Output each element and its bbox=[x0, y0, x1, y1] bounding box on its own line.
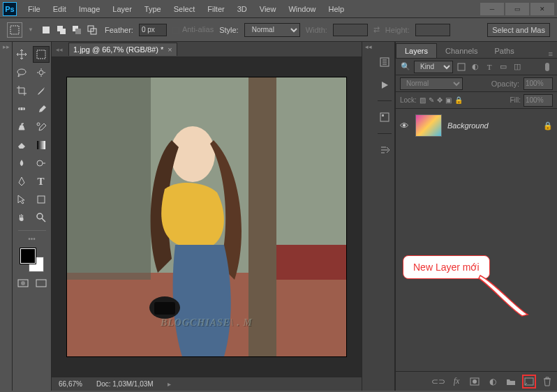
menu-edit[interactable]: Edit bbox=[47, 2, 72, 16]
tab-channels[interactable]: Channels bbox=[437, 44, 486, 58]
pen-tool[interactable] bbox=[13, 173, 30, 190]
close-button[interactable]: ✕ bbox=[530, 3, 554, 15]
layer-group-icon[interactable] bbox=[504, 375, 518, 389]
filter-shape-icon[interactable]: ▭ bbox=[498, 61, 509, 73]
properties-panel-icon[interactable] bbox=[377, 110, 392, 125]
selection-subtract-icon[interactable] bbox=[70, 23, 84, 37]
annotation-callout: New Layer mới bbox=[403, 255, 490, 279]
link-layers-icon[interactable]: ⊂⊃ bbox=[431, 375, 445, 389]
options-bar: ▼ Feather: Anti-alias Style: Normal Widt… bbox=[0, 18, 557, 42]
filter-smart-icon[interactable]: ◫ bbox=[512, 61, 523, 73]
lock-all-icon[interactable]: 🔒 bbox=[454, 96, 463, 104]
blend-mode-select[interactable]: Normal bbox=[400, 77, 463, 90]
actions-panel-icon[interactable] bbox=[377, 77, 392, 92]
lasso-tool[interactable] bbox=[13, 64, 30, 81]
path-select-tool[interactable] bbox=[13, 191, 30, 208]
lock-artboard-icon[interactable]: ▣ bbox=[445, 96, 452, 104]
tab-paths[interactable]: Paths bbox=[487, 44, 523, 58]
filter-type-icon[interactable]: T bbox=[484, 61, 495, 73]
chevron-down-icon: ▼ bbox=[28, 27, 34, 33]
menu-3d[interactable]: 3D bbox=[232, 2, 253, 16]
svg-point-10 bbox=[39, 70, 43, 75]
style-select[interactable]: Normal bbox=[244, 23, 300, 37]
eyedropper-tool[interactable] bbox=[33, 82, 50, 99]
hand-tool[interactable] bbox=[13, 209, 30, 226]
svg-rect-33 bbox=[545, 63, 549, 71]
menu-filter[interactable]: Filter bbox=[202, 2, 230, 16]
svg-point-12 bbox=[37, 123, 40, 126]
layer-style-icon[interactable]: fx bbox=[450, 375, 463, 389]
type-tool[interactable]: T bbox=[33, 173, 50, 190]
color-swatches[interactable] bbox=[20, 248, 44, 272]
feather-input[interactable] bbox=[139, 24, 167, 36]
selection-add-icon[interactable] bbox=[54, 23, 68, 37]
style-label: Style: bbox=[219, 26, 239, 34]
layer-mask-icon[interactable] bbox=[468, 375, 482, 389]
adjustments-panel-icon[interactable] bbox=[377, 142, 392, 158]
lock-transparent-icon[interactable]: ▨ bbox=[419, 96, 426, 104]
layer-row[interactable]: 👁 Background 🔒 bbox=[396, 112, 557, 140]
maximize-button[interactable]: ▭ bbox=[505, 3, 529, 15]
tab-close-icon[interactable]: × bbox=[168, 45, 172, 54]
svg-point-16 bbox=[37, 213, 43, 219]
lock-icon[interactable]: 🔒 bbox=[543, 121, 553, 130]
history-panel-icon[interactable] bbox=[377, 54, 392, 70]
gradient-tool[interactable] bbox=[33, 137, 50, 153]
healing-brush-tool[interactable] bbox=[13, 100, 30, 117]
menu-select[interactable]: Select bbox=[168, 2, 201, 16]
filter-adjustment-icon[interactable]: ◐ bbox=[470, 61, 481, 73]
select-and-mask-button[interactable]: Select and Mas bbox=[487, 23, 550, 37]
foreground-color[interactable] bbox=[20, 248, 36, 264]
panel-menu-icon[interactable]: ≡ bbox=[544, 50, 557, 58]
menu-image[interactable]: Image bbox=[73, 2, 106, 16]
width-input bbox=[333, 24, 368, 36]
status-arrow-icon[interactable]: ▸ bbox=[168, 380, 171, 388]
lock-brush-icon[interactable]: ✎ bbox=[429, 96, 434, 104]
menu-layer[interactable]: Layer bbox=[107, 2, 138, 16]
menu-help[interactable]: Help bbox=[323, 2, 350, 16]
history-brush-tool[interactable] bbox=[33, 119, 50, 135]
menu-window[interactable]: Window bbox=[283, 2, 321, 16]
fill-input[interactable] bbox=[523, 94, 553, 107]
clone-stamp-tool[interactable] bbox=[13, 119, 30, 135]
tool-preset-picker[interactable] bbox=[7, 22, 22, 38]
svg-point-14 bbox=[37, 160, 43, 166]
delete-layer-icon[interactable] bbox=[540, 375, 554, 389]
zoom-level[interactable]: 66,67% bbox=[59, 380, 82, 388]
left-collapse-strip[interactable]: ▸▸ bbox=[0, 42, 13, 391]
selection-intersect-icon[interactable] bbox=[85, 23, 99, 37]
dodge-tool[interactable] bbox=[33, 155, 50, 172]
marquee-tool[interactable] bbox=[33, 46, 50, 63]
adjustment-layer-icon[interactable]: ◐ bbox=[486, 375, 500, 389]
minimize-button[interactable]: ─ bbox=[480, 3, 504, 15]
menu-file[interactable]: File bbox=[22, 2, 46, 16]
filter-kind-select[interactable]: Kind bbox=[414, 61, 453, 73]
new-layer-icon[interactable] bbox=[522, 375, 536, 389]
crop-tool[interactable] bbox=[13, 82, 30, 99]
menu-type[interactable]: Type bbox=[139, 2, 167, 16]
menu-view[interactable]: View bbox=[254, 2, 282, 16]
filter-toggle-icon[interactable] bbox=[542, 61, 553, 73]
quick-mask-toggle[interactable] bbox=[15, 276, 31, 290]
document-tab[interactable]: 1.jpg @ 66,7% (RGB/8#) * × bbox=[68, 43, 177, 56]
layer-thumbnail[interactable] bbox=[415, 114, 442, 137]
collapse-arrows-icon[interactable]: ◂◂ bbox=[56, 46, 63, 53]
quick-select-tool[interactable] bbox=[33, 64, 50, 81]
blur-tool[interactable] bbox=[13, 155, 30, 172]
visibility-toggle-icon[interactable]: 👁 bbox=[400, 121, 410, 131]
right-collapse-strip[interactable]: ◂◂ bbox=[362, 42, 374, 391]
selection-new-icon[interactable] bbox=[39, 23, 53, 37]
doc-info[interactable]: Doc: 1,03M/1,03M bbox=[96, 380, 154, 388]
brush-tool[interactable] bbox=[33, 100, 50, 117]
lock-position-icon[interactable]: ✥ bbox=[437, 96, 443, 104]
screen-mode-toggle[interactable] bbox=[33, 276, 50, 290]
shape-tool[interactable] bbox=[33, 191, 50, 208]
filter-pixel-icon[interactable] bbox=[456, 61, 467, 73]
opacity-input[interactable] bbox=[523, 77, 553, 90]
eraser-tool[interactable] bbox=[13, 137, 30, 153]
canvas-viewport[interactable]: BLOGCHIASE\ . M bbox=[52, 57, 362, 377]
zoom-tool[interactable] bbox=[33, 209, 50, 226]
layer-name[interactable]: Background bbox=[447, 121, 489, 130]
tab-layers[interactable]: Layers bbox=[396, 43, 437, 58]
move-tool[interactable] bbox=[13, 46, 30, 63]
